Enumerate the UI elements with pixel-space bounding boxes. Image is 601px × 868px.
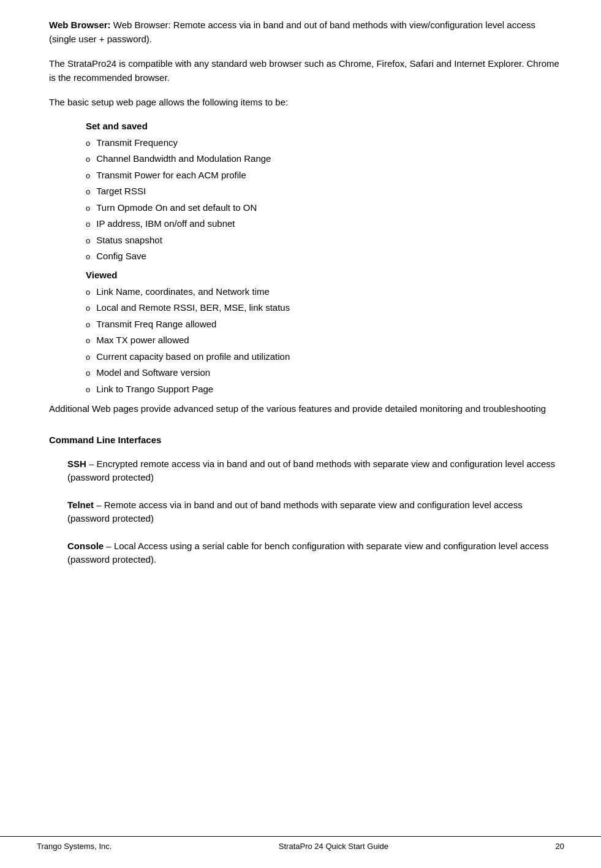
- list-item-text: Config Save: [96, 249, 146, 264]
- bullet-icon: o: [86, 251, 90, 263]
- list-item: o Turn Opmode On and set default to ON: [86, 201, 564, 215]
- web-browser-text: Web Browser: Remote access via in band a…: [49, 20, 535, 44]
- list-item-text: Max TX power allowed: [96, 333, 189, 348]
- list-item: o Link Name, coordinates, and Network ti…: [86, 285, 564, 299]
- ssh-label: SSH: [67, 459, 86, 469]
- list-item-text: Link to Trango Support Page: [96, 383, 213, 397]
- bullet-icon: o: [86, 235, 90, 247]
- list-item-text: IP address, IBM on/off and subnet: [96, 217, 235, 231]
- console-dash: –: [104, 541, 114, 551]
- list-item-text: Local and Remote RSSI, BER, MSE, link st…: [96, 301, 290, 315]
- console-desc: Local Access using a serial cable for be…: [67, 541, 548, 565]
- telnet-dash: –: [94, 500, 104, 510]
- viewed-section: Viewed o Link Name, coordinates, and Net…: [86, 270, 564, 397]
- console-block: Console – Local Access using a serial ca…: [67, 539, 564, 567]
- list-item-text: Transmit Freq Range allowed: [96, 318, 216, 332]
- web-browser-intro: Web Browser: Web Browser: Remote access …: [49, 18, 564, 46]
- ssh-block: SSH – Encrypted remote access via in ban…: [67, 457, 564, 485]
- command-line-section: Command Line Interfaces SSH – Encrypted …: [49, 435, 564, 567]
- list-item-text: Target RSSI: [96, 185, 146, 199]
- basic-setup-intro: The basic setup web page allows the foll…: [49, 96, 564, 110]
- list-item-text: Transmit Frequency: [96, 136, 178, 150]
- set-and-saved-section: Set and saved o Transmit Frequency o Cha…: [86, 121, 564, 264]
- telnet-label: Telnet: [67, 500, 94, 510]
- console-label: Console: [67, 541, 104, 551]
- list-item: o Model and Software version: [86, 366, 564, 380]
- list-item-text: Current capacity based on profile and ut…: [96, 350, 290, 364]
- list-item: o Status snapshot: [86, 234, 564, 248]
- command-line-heading: Command Line Interfaces: [49, 435, 564, 445]
- bullet-icon: o: [86, 202, 90, 215]
- list-item: o Target RSSI: [86, 185, 564, 199]
- list-item-text: Turn Opmode On and set default to ON: [96, 201, 257, 215]
- bullet-icon: o: [86, 302, 90, 314]
- bullet-icon: o: [86, 351, 90, 364]
- bullet-icon: o: [86, 367, 90, 379]
- list-item: o Link to Trango Support Page: [86, 383, 564, 397]
- ssh-paragraph: SSH – Encrypted remote access via in ban…: [67, 457, 564, 485]
- set-and-saved-heading: Set and saved: [86, 121, 564, 131]
- list-item: o Current capacity based on profile and …: [86, 350, 564, 364]
- list-item: o IP address, IBM on/off and subnet: [86, 217, 564, 231]
- list-item: o Transmit Power for each ACM profile: [86, 169, 564, 183]
- footer-company: Trango Systems, Inc.: [37, 842, 112, 851]
- list-item-text: Transmit Power for each ACM profile: [96, 169, 246, 183]
- list-item: o Transmit Freq Range allowed: [86, 318, 564, 332]
- footer-page-number: 20: [556, 842, 564, 851]
- telnet-block: Telnet – Remote access via in band and o…: [67, 498, 564, 526]
- list-item: o Transmit Frequency: [86, 136, 564, 150]
- viewed-heading: Viewed: [86, 270, 564, 280]
- list-item-text: Channel Bandwidth and Modulation Range: [96, 152, 271, 166]
- telnet-desc: Remote access via in band and out of ban…: [67, 500, 523, 524]
- list-item: o Max TX power allowed: [86, 333, 564, 348]
- bullet-icon: o: [86, 319, 90, 331]
- bullet-icon: o: [86, 218, 90, 230]
- bullet-icon: o: [86, 335, 90, 347]
- list-item: o Local and Remote RSSI, BER, MSE, link …: [86, 301, 564, 315]
- list-item: o Channel Bandwidth and Modulation Range: [86, 152, 564, 166]
- additional-web-text: Additional Web pages provide advanced se…: [49, 402, 564, 416]
- list-item-text: Model and Software version: [96, 366, 210, 380]
- console-paragraph: Console – Local Access using a serial ca…: [67, 539, 564, 567]
- bullet-icon: o: [86, 170, 90, 182]
- footer-doc-title: StrataPro 24 Quick Start Guide: [279, 842, 388, 851]
- web-browser-label: Web Browser:: [49, 20, 111, 30]
- bullet-icon: o: [86, 153, 90, 166]
- page-container: Web Browser: Web Browser: Remote access …: [0, 0, 601, 868]
- bullet-icon: o: [86, 186, 90, 198]
- bullet-icon: o: [86, 286, 90, 299]
- page-footer: Trango Systems, Inc. StrataPro 24 Quick …: [0, 836, 601, 856]
- list-item-text: Status snapshot: [96, 234, 162, 248]
- bullet-icon: o: [86, 384, 90, 396]
- list-item-text: Link Name, coordinates, and Network time: [96, 285, 270, 299]
- list-item: o Config Save: [86, 249, 564, 264]
- additional-web-block: Additional Web pages provide advanced se…: [49, 402, 564, 416]
- ssh-desc: Encrypted remote access via in band and …: [67, 459, 555, 483]
- ssh-dash: –: [86, 459, 97, 469]
- stratapro-compat: The StrataPro24 is compatible with any s…: [49, 57, 564, 85]
- telnet-paragraph: Telnet – Remote access via in band and o…: [67, 498, 564, 526]
- content-area: Web Browser: Web Browser: Remote access …: [37, 18, 564, 567]
- bullet-icon: o: [86, 137, 90, 150]
